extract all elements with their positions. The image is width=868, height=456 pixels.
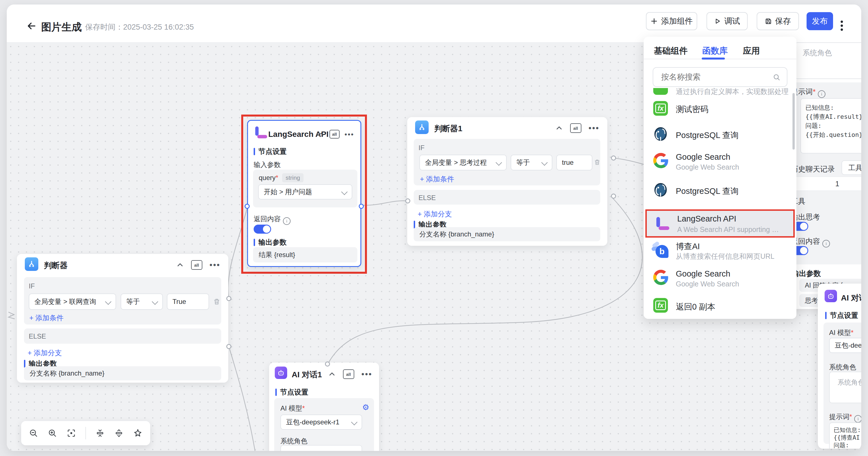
publish-button[interactable]: 发布 [807, 12, 833, 30]
if-label: IF [29, 282, 35, 290]
condition-operator-select[interactable]: 等于 [510, 154, 552, 170]
add-condition-link[interactable]: + 添加条件 [29, 313, 64, 322]
node-settings-header: 节点设置 [254, 147, 287, 156]
more-menu-icon[interactable]: ••• [362, 370, 372, 379]
condition-left-select[interactable]: 全局变量 > 思考过程 [420, 154, 507, 170]
play-icon [714, 18, 721, 25]
scrollbar-thumb[interactable] [793, 93, 795, 149]
condition-value-input[interactable]: True [167, 293, 209, 310]
list-item-selected[interactable]: LangSearch API A Web Search API supporti… [645, 209, 795, 237]
model-settings-gear-icon[interactable]: ⚙ [362, 403, 369, 412]
active-tab-underline [702, 58, 725, 60]
node-ai-chat-1[interactable]: AI 对话1 all ••• 节点设置 AI 模型* ⚙ 豆包-deepseek… [269, 363, 379, 451]
node-ai-chat-2-panel[interactable]: AI 对话2 节点设置 AI 模型* 豆包-deep 系统角色 系统角色 提示词… [818, 284, 861, 449]
list-item[interactable]: PostgreSQL 查询 [653, 126, 669, 143]
more-menu-icon[interactable]: ••• [589, 123, 599, 133]
param-value-select[interactable]: 开始 > 用户问题 [258, 184, 352, 200]
port-judge1-in[interactable] [405, 198, 410, 203]
else-block [414, 190, 600, 205]
add-condition-link[interactable]: + 添加条件 [420, 174, 454, 184]
run-all-icon[interactable]: all [330, 130, 340, 139]
param-name-row: query* string [259, 173, 304, 182]
collapse-all-icon[interactable] [95, 428, 105, 438]
history-tools-button[interactable]: 工具 [841, 160, 861, 175]
model-select[interactable]: 豆包-deep [829, 338, 861, 353]
expand-all-icon[interactable] [114, 428, 124, 438]
fit-view-icon[interactable] [66, 428, 76, 438]
node-judge[interactable]: 判断器 all ••• IF 全局变量 > 联网查询 等于 True + 添加条… [17, 254, 228, 382]
node-langsearch[interactable]: LangSearch API all ••• 节点设置 输入参数 query* … [247, 120, 361, 267]
node-title: AI 对话2 [841, 293, 861, 303]
list-item[interactable]: b 博查AI 从博查搜索任何信息和网页URL [653, 242, 669, 258]
tab-apps[interactable]: 应用 [743, 45, 760, 57]
save-button[interactable]: 保存 [757, 12, 799, 30]
search-input[interactable] [660, 70, 769, 84]
else-label: ELSE [418, 194, 436, 202]
add-component-button[interactable]: 添加组件 [646, 12, 697, 30]
more-menu-icon[interactable]: ••• [210, 260, 220, 269]
prompt-textarea[interactable]: 已知信息: {{博查AI 问题: {{开始 [829, 422, 861, 449]
add-branch-link[interactable]: + 添加分支 [28, 348, 62, 358]
else-block [24, 329, 221, 344]
node-title: 判断器 [44, 260, 68, 271]
model-select[interactable]: 豆包-deepseek-r1 [280, 415, 362, 430]
chevron-down-icon [341, 189, 348, 195]
param-type-badge: string [282, 173, 303, 182]
list-item[interactable]: fx 测试密码 [653, 101, 668, 116]
port-judge-if-out[interactable] [226, 296, 231, 301]
system-role-textarea[interactable]: 系统角色 [829, 372, 861, 403]
collapse-chevron-icon[interactable] [555, 124, 563, 132]
list-item[interactable]: Google Search Google Web Search [653, 270, 669, 286]
node-judge1[interactable]: 判断器1 all ••• IF 全局变量 > 思考过程 等于 true + 添加… [407, 117, 607, 246]
system-role-textarea[interactable]: 系统角色 [795, 42, 861, 79]
add-branch-link[interactable]: + 添加分支 [417, 209, 452, 219]
condition-operator-select[interactable]: 等于 [121, 293, 163, 310]
component-library-dropdown: 基础组件 函数库 应用 通过执行自定义脚本，实现数据处理 fx 测试密码 Pos… [644, 37, 797, 319]
condition-left-select[interactable]: 全局变量 > 联网查询 [29, 293, 116, 310]
postgresql-icon [653, 182, 669, 198]
library-search-box[interactable] [653, 67, 787, 87]
kebab-menu-icon[interactable] [840, 20, 844, 32]
google-icon [653, 153, 669, 168]
node-title: AI 对话1 [292, 369, 322, 380]
bocha-icon: b [653, 242, 669, 258]
collapse-chevron-icon[interactable] [318, 131, 324, 138]
trash-icon[interactable] [213, 298, 220, 306]
list-item[interactable]: Google Search Google Web Search [653, 153, 669, 169]
list-item[interactable]: fx 返回0 副本 [653, 298, 668, 313]
debug-button[interactable]: 调试 [707, 12, 748, 30]
collapse-chevron-icon[interactable] [328, 370, 336, 378]
run-all-icon[interactable]: all [343, 369, 354, 379]
collapse-chevron-icon[interactable] [177, 261, 184, 268]
zoom-in-icon[interactable] [48, 428, 57, 438]
run-all-icon[interactable]: all [570, 123, 581, 133]
prompt-line: 问题: [834, 441, 861, 449]
port-judge1-else-out[interactable] [611, 194, 616, 199]
port-langsearch-in[interactable] [245, 204, 250, 209]
prompt-line: 问题: [805, 121, 861, 131]
return-content-toggle[interactable] [254, 225, 271, 234]
page-title: 图片生成 [41, 20, 82, 34]
tab-basic-components[interactable]: 基础组件 [654, 45, 688, 57]
port-ai1-in[interactable] [325, 362, 330, 367]
zoom-out-icon[interactable] [29, 428, 38, 438]
magic-star-icon[interactable] [133, 428, 143, 438]
back-arrow-icon[interactable] [26, 20, 37, 32]
tab-function-library[interactable]: 函数库 [702, 45, 727, 57]
run-all-icon[interactable]: all [191, 260, 203, 270]
branch-node-icon [25, 257, 38, 271]
system-role-textarea[interactable]: 系统角色 [280, 445, 362, 451]
condition-value-input[interactable]: true [556, 154, 592, 170]
return-content-label: 返回内容i [254, 215, 290, 225]
more-menu-icon[interactable]: ••• [345, 131, 354, 138]
chevron-down-icon [152, 298, 158, 305]
list-item[interactable]: PostgreSQL 查询 [653, 182, 669, 199]
info-icon: i [818, 90, 826, 98]
prompt-textarea[interactable]: 已知信息: {{博查AI.result}} 问题: {{开始.question}… [800, 98, 861, 153]
port-judge1-if-out[interactable] [611, 155, 616, 161]
node-title: 判断器1 [434, 123, 462, 134]
trash-icon[interactable] [594, 159, 600, 166]
chevron-down-icon [351, 419, 358, 426]
port-judge-else-out[interactable] [226, 344, 231, 349]
port-langsearch-out[interactable] [359, 204, 364, 209]
